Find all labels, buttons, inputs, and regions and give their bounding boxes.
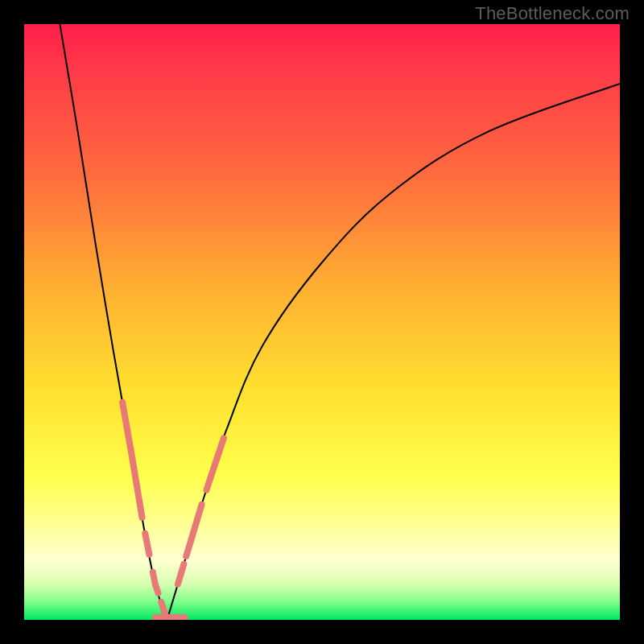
chart-frame: TheBottleneck.com [0, 0, 644, 644]
accent-segment [145, 534, 149, 555]
right-branch-curve [167, 84, 620, 620]
left-branch-curve [60, 24, 167, 620]
accent-segment [153, 572, 159, 593]
accent-segment [178, 564, 184, 584]
plot-area [24, 24, 620, 620]
accent-segment [186, 505, 201, 556]
accent-group [122, 402, 224, 617]
accent-segment [206, 438, 223, 489]
watermark-text: TheBottleneck.com [475, 3, 630, 24]
accent-segment [122, 402, 142, 518]
accent-segment [161, 602, 166, 617]
curve-layer [24, 24, 620, 620]
